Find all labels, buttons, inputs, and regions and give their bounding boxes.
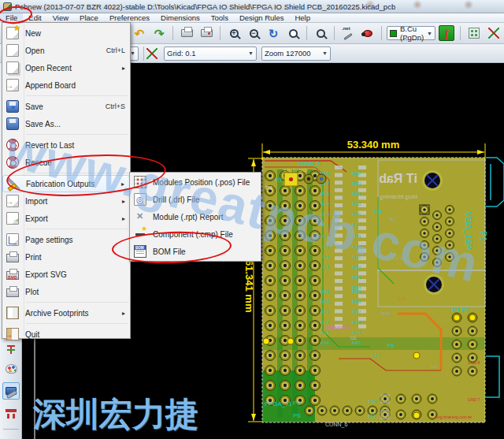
submenu-item-module-rpt-report[interactable]: Module (.rpt) Report <box>130 208 261 225</box>
label-rails: 3.6V 5V GND <box>284 168 308 173</box>
menu-item-label: Save As... <box>25 120 125 128</box>
track-mode-icon[interactable] <box>485 24 502 42</box>
dimension-width-label: 53.340 mm <box>347 139 400 151</box>
svg-text:R2: R2 <box>323 244 329 249</box>
menubar-item-view[interactable]: View <box>47 13 74 23</box>
menu-item-label: Component (.cmp) File <box>153 230 256 239</box>
label-p6: P6 <box>293 412 301 419</box>
layer-colors-palette-icon[interactable] <box>2 360 20 378</box>
ratsnest-icon[interactable] <box>2 340 20 358</box>
submenu-item-modules-position-pos-file[interactable]: Modules Position (.pos) File <box>130 173 261 191</box>
svg-text:R1: R1 <box>323 234 329 239</box>
menubar-item-preferences[interactable]: Preferences <box>104 13 155 23</box>
svg-text:R36: R36 <box>352 299 361 304</box>
submenu-item-component-cmp-file[interactable]: Component (.cmp) File <box>130 225 261 243</box>
svg-text:R9: R9 <box>354 234 361 239</box>
dimension-height-label: 61.341 mm <box>243 260 255 313</box>
svg-text:R39: R39 <box>352 330 361 335</box>
menu-item-plot[interactable]: Plot <box>2 283 130 300</box>
submenu-item-drill-drl-file[interactable]: Drill (.drl) File <box>130 191 261 208</box>
menu-item-import[interactable]: Import▸ <box>2 192 130 210</box>
rescue-icon <box>6 156 19 169</box>
save-icon <box>6 100 19 113</box>
label-date: 2015/03/16 <box>326 326 350 330</box>
manage-footprints-icon[interactable] <box>2 382 20 400</box>
menubar-item-place[interactable]: Place <box>74 13 104 23</box>
zoom-out-icon[interactable]: − <box>245 24 262 42</box>
module-rpt-report-icon <box>134 210 146 223</box>
menu-item-save-as[interactable]: Save As... <box>2 115 130 132</box>
toolbar-separator <box>334 26 335 40</box>
label-p9: P9 <box>265 185 272 191</box>
label-vga: VGA_15P <box>464 211 473 250</box>
zoom-selection-icon[interactable] <box>312 24 329 42</box>
grid-select[interactable]: Grid: 0.1 ▼ <box>164 47 257 61</box>
toolbar-separator <box>172 26 173 40</box>
pcbnew-window: Pcbnew (2013-07-07 BZR 4022)-stable D:\T… <box>0 0 504 439</box>
menu-item-page-settings[interactable]: Page settings <box>2 231 130 248</box>
svg-text:R31: R31 <box>321 310 330 314</box>
invisible-layer-toggle-icon[interactable]: ʃ <box>438 24 455 42</box>
auto-track-width-icon[interactable] <box>143 45 161 62</box>
module-mode-icon[interactable] <box>465 24 483 42</box>
menu-item-new[interactable]: New <box>2 24 130 42</box>
menu-item-quit[interactable]: Quit <box>2 326 130 343</box>
label-l2: L2 <box>432 364 437 369</box>
plot-icon[interactable] <box>198 24 215 42</box>
menubar-item-tools[interactable]: Tools <box>206 13 234 23</box>
menubar-item-edit[interactable]: Edit <box>23 13 46 23</box>
window-title: Pcbnew (2013-07-07 BZR 4022)-stable D:\T… <box>15 2 395 11</box>
menu-item-fabrication-outputs[interactable]: Fabrication Outputs▸ <box>2 175 130 192</box>
mounting-hole <box>424 274 444 295</box>
zoom-fit-icon[interactable] <box>284 24 302 42</box>
menu-item-print[interactable]: Print <box>2 248 130 266</box>
menubar-item-dimensions[interactable]: Dimensions <box>155 13 206 23</box>
append-board-icon <box>6 79 19 91</box>
svg-text:R12: R12 <box>352 265 361 270</box>
menu-item-export[interactable]: Export▸ <box>2 210 130 227</box>
menu-item-append-board[interactable]: Append Board <box>2 76 130 94</box>
menubar-item-design-rules[interactable]: Design Rules <box>234 13 290 23</box>
menu-item-archive-footprints[interactable]: Archive Footprints▸ <box>2 304 130 322</box>
menu-item-label: Append Board <box>25 81 125 90</box>
menu-item-export-svg[interactable]: Export SVG <box>2 266 130 283</box>
svg-text:R10: R10 <box>352 244 361 249</box>
print-icon[interactable] <box>178 24 195 42</box>
zoom-select[interactable]: Zoom 127000 ▼ <box>261 47 331 61</box>
label-p8: P8 <box>369 398 376 405</box>
chevron-down-icon: ▼ <box>427 31 432 36</box>
menu-item-label: Rescue <box>25 158 125 167</box>
label-c12: C12 <box>372 352 381 357</box>
drc-bug-icon[interactable] <box>359 24 376 42</box>
chevron-down-icon: ▼ <box>130 50 135 56</box>
menu-item-open[interactable]: OpenCtrl+L <box>2 42 130 59</box>
menu-item-revert-to-last[interactable]: Revert to Last <box>2 136 130 154</box>
menu-item-label: Archive Footprints <box>25 309 116 318</box>
menu-item-rescue[interactable]: Rescue <box>2 154 130 171</box>
toolbar-separator <box>3 429 19 430</box>
submenu-item-bom-file[interactable]: BOM File <box>130 243 261 260</box>
menu-separator <box>26 229 128 229</box>
netlist-icon[interactable]: .net <box>339 24 357 42</box>
layer-color-swatch <box>390 30 397 37</box>
layer-select[interactable]: B.Cu (PgDn) ▼ <box>387 26 435 40</box>
footprint-wrench-icon[interactable] <box>2 405 20 422</box>
redo-icon[interactable]: ↷ <box>150 24 168 42</box>
file-menu: NewOpenCtrl+LOpen Recent▸Append BoardSav… <box>2 22 131 339</box>
label-r7: R7 <box>390 217 396 221</box>
toolbar-separator <box>306 26 307 40</box>
new-icon <box>6 27 19 39</box>
menubar-item-help[interactable]: Help <box>289 13 316 23</box>
open-icon <box>6 44 19 57</box>
redraw-icon[interactable]: ↻ <box>265 24 282 42</box>
page-settings-icon <box>6 233 19 246</box>
undo-icon[interactable]: ↶ <box>131 24 148 42</box>
menu-item-open-recent[interactable]: Open Recent▸ <box>2 59 130 76</box>
zoom-in-icon[interactable]: + <box>225 24 243 42</box>
label-gnd8: GND 8 <box>468 360 480 365</box>
menu-item-save[interactable]: SaveCtrl+S <box>2 98 130 115</box>
menubar-item-file[interactable]: File <box>0 13 23 23</box>
mounting-hole <box>422 170 443 191</box>
svg-text:R22: R22 <box>352 171 361 176</box>
menu-item-label: Open <box>25 47 100 55</box>
